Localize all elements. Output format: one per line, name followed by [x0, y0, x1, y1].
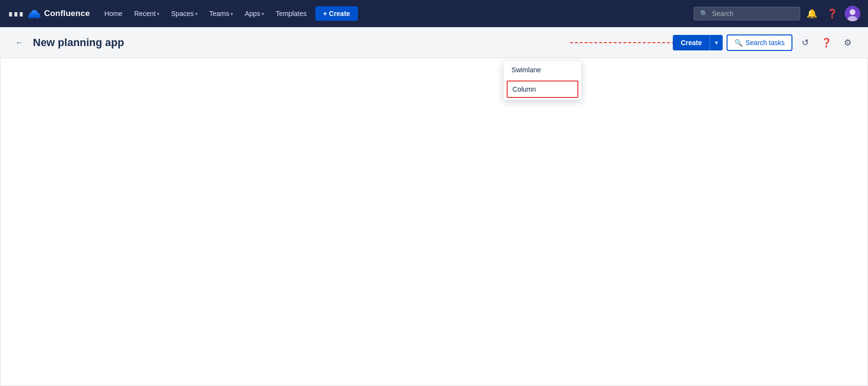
notifications-button[interactable]: 🔔 [803, 5, 821, 22]
settings-button[interactable]: ⚙ [839, 34, 856, 51]
top-navigation: ∎∎∎ Confluence Home Recent ▾ Spaces ▾ Te… [0, 0, 868, 27]
nav-home[interactable]: Home [100, 7, 127, 20]
back-button[interactable]: ← [12, 35, 27, 50]
nav-teams[interactable]: Teams ▾ [204, 7, 238, 20]
svg-point-1 [850, 9, 855, 15]
swimlane-option[interactable]: Swimlane [504, 61, 581, 79]
create-dropdown-button[interactable]: ▾ [710, 35, 723, 50]
nav-templates[interactable]: Templates [271, 7, 311, 20]
nav-search-box[interactable]: 🔍 [694, 7, 800, 20]
settings-icon: ⚙ [844, 37, 852, 48]
nav-spaces[interactable]: Spaces ▾ [166, 7, 202, 20]
refresh-button[interactable]: ↺ [796, 34, 814, 51]
help-secondary-icon: ❓ [821, 37, 832, 48]
search-tasks-icon: 🔍 [734, 39, 743, 47]
nav-create-button[interactable]: + Create [315, 6, 358, 21]
grid-icon[interactable]: ∎∎∎ [8, 8, 24, 19]
confluence-logo-icon [28, 7, 41, 20]
recent-chevron-icon: ▾ [157, 11, 159, 16]
column-option[interactable]: Column [507, 80, 578, 98]
spaces-chevron-icon: ▾ [195, 11, 198, 16]
search-tasks-button[interactable]: 🔍 Search tasks [727, 34, 792, 51]
nav-recent[interactable]: Recent ▾ [129, 7, 164, 20]
avatar-image [845, 6, 860, 21]
create-dropdown-menu: Swimlane Column [504, 61, 581, 100]
create-button-group: Create ▾ Swimlane Column [673, 35, 723, 50]
logo-text: Confluence [44, 9, 90, 18]
search-icon: 🔍 [700, 10, 708, 17]
logo[interactable]: Confluence [28, 7, 90, 20]
main-content [0, 58, 868, 386]
secondary-header: ← New planning app Create ▾ Swimlane [0, 27, 868, 58]
help-button[interactable]: ❓ [823, 5, 841, 22]
page-title: New planning app [33, 36, 673, 49]
apps-chevron-icon: ▾ [262, 11, 264, 16]
dropdown-chevron-icon: ▾ [715, 39, 718, 46]
refresh-icon: ↺ [802, 37, 809, 48]
help-secondary-button[interactable]: ❓ [818, 34, 835, 51]
teams-chevron-icon: ▾ [231, 11, 233, 16]
back-arrow-icon: ← [16, 38, 23, 47]
nav-apps[interactable]: Apps ▾ [240, 7, 269, 20]
header-actions: Create ▾ Swimlane Column 🔍 Search tasks … [673, 34, 856, 51]
help-icon: ❓ [827, 8, 837, 19]
bell-icon: 🔔 [806, 8, 817, 19]
user-avatar[interactable] [845, 6, 860, 21]
create-main-button[interactable]: Create [673, 35, 710, 50]
search-input[interactable] [712, 10, 794, 17]
